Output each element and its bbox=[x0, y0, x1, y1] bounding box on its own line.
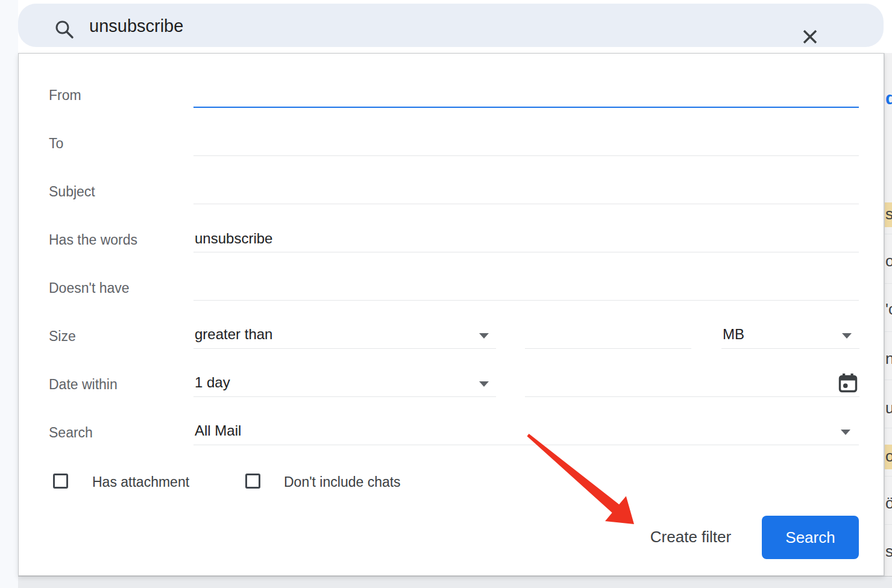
doesnt-have-label: Doesn't have bbox=[49, 280, 130, 296]
size-operator-dropdown[interactable]: greater than bbox=[193, 325, 496, 349]
gmail-search-filter-page: d s o 'c n u o ö s From To Subject bbox=[0, 0, 892, 588]
doesnt-have-input[interactable] bbox=[193, 277, 859, 301]
search-scope-value: All Mail bbox=[195, 422, 241, 439]
search-filter-dialog: From To Subject Has the words Doesn't ha… bbox=[18, 53, 884, 576]
dont-include-chats-checkbox[interactable] bbox=[245, 474, 260, 489]
date-period-dropdown[interactable]: 1 day bbox=[193, 373, 496, 397]
date-within-label: Date within bbox=[49, 377, 118, 393]
dropdown-arrow-icon bbox=[841, 430, 850, 435]
subject-input[interactable] bbox=[193, 180, 859, 204]
has-attachment-checkbox[interactable] bbox=[53, 474, 68, 489]
dont-include-chats-label: Don't include chats bbox=[284, 474, 401, 490]
size-amount-input[interactable] bbox=[525, 325, 691, 349]
search-input[interactable] bbox=[88, 12, 753, 40]
search-scope-label: Search bbox=[49, 425, 93, 441]
edge-text-fragment: n bbox=[885, 349, 892, 368]
search-icon bbox=[54, 19, 75, 40]
to-input[interactable] bbox=[193, 132, 859, 156]
date-picker-button[interactable] bbox=[838, 373, 858, 393]
edge-text-fragment: o bbox=[885, 252, 892, 271]
has-words-input[interactable] bbox=[193, 228, 859, 252]
page-background-left bbox=[0, 0, 18, 588]
create-filter-button[interactable]: Create filter bbox=[621, 519, 760, 555]
dropdown-arrow-icon bbox=[479, 333, 489, 339]
size-unit-value: MB bbox=[723, 326, 744, 343]
size-label: Size bbox=[49, 328, 76, 345]
size-unit-dropdown[interactable]: MB bbox=[721, 325, 859, 349]
close-search-button[interactable] bbox=[788, 15, 810, 37]
edge-text-fragment: 'c bbox=[885, 300, 892, 319]
search-button[interactable]: Search bbox=[762, 516, 859, 559]
subject-label: Subject bbox=[49, 184, 95, 200]
size-operator-value: greater than bbox=[195, 326, 272, 343]
to-label: To bbox=[49, 136, 63, 152]
date-input[interactable] bbox=[525, 373, 859, 397]
occluded-page-edge: d s o 'c n u o ö s bbox=[884, 53, 892, 576]
date-period-value: 1 day bbox=[195, 374, 230, 391]
close-icon bbox=[799, 26, 821, 48]
calendar-icon bbox=[838, 373, 858, 393]
edge-text-fragment: ö bbox=[885, 494, 892, 513]
edge-text-fragment: u bbox=[885, 399, 892, 418]
from-input[interactable] bbox=[193, 84, 859, 108]
edge-text-fragment: s bbox=[885, 202, 892, 227]
edge-text-fragment: s bbox=[885, 542, 892, 561]
has-words-label: Has the words bbox=[49, 232, 137, 248]
mail-search-bar bbox=[18, 4, 884, 47]
search-scope-dropdown[interactable]: All Mail bbox=[193, 421, 859, 445]
edge-text-fragment: d bbox=[885, 88, 892, 108]
edge-text-fragment: o bbox=[885, 445, 892, 469]
page-background-bottom bbox=[18, 576, 892, 588]
dropdown-arrow-icon bbox=[842, 333, 852, 339]
from-label: From bbox=[49, 87, 81, 104]
dropdown-arrow-icon bbox=[479, 381, 489, 387]
has-attachment-label: Has attachment bbox=[92, 474, 189, 490]
